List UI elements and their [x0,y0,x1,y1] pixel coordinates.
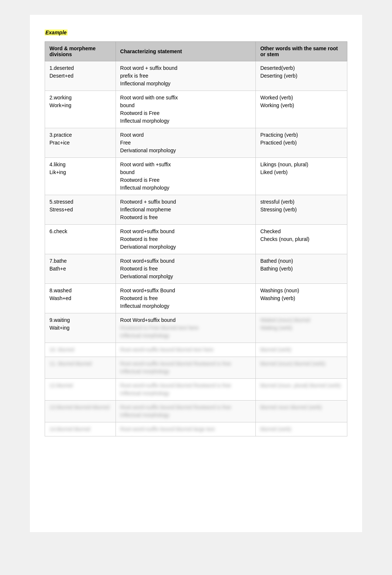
char-line-0: Root word+suffix bound [120,228,175,234]
other-line-0: stressful (verb) [260,199,295,205]
char-line-2: Rootword is free [120,214,158,220]
char-cell: Root word+suffix BoundRootword is freeIn… [116,284,256,313]
table-row: 13.blurred blurred+blurredRoot word+suff… [45,401,347,422]
char-cell: Root word+suffix bound blurred large tex… [116,422,256,436]
char-blurred: Root word+suffix bound blurred large tex… [120,426,215,432]
other-cell: CheckedChecks (noun, plural) [256,225,347,254]
char-line1: Root Word+suffix bound [120,317,176,323]
word-division: Work+ing [49,102,71,108]
word-cell: 6.check [45,225,116,254]
char-line-1: prefix is free [120,73,148,79]
char-cell: Rootword + suffix boundInflectional morp… [116,195,256,225]
word-cell: 8.washedWash+ed [45,284,116,313]
other-line-0: Worked (verb) [260,95,293,101]
word-division: Desert+ed [49,73,73,79]
word-main: 1.deserted [49,65,74,71]
col-header-other: Other words with the same root or stem [256,42,347,61]
other-line-0: Deserted(verb) [260,65,295,71]
char-line-2: Derivational morphology [120,244,176,250]
char-line-0: Root word [120,132,144,138]
word-main: 7.bathe [49,258,67,264]
char-line-2: Inflectional morpholgy [120,81,171,86]
table-row: 8.washedWash+edRoot word+suffix BoundRoo… [45,284,347,313]
char-blurred: Root word+suffix bound blurred Rootword … [120,404,231,418]
char-line-2: Rootword is Free [120,110,160,116]
col-header-word: Word & morpheme divisions [45,42,116,61]
table-row: 14.blurred blurredRoot word+suffix bound… [45,422,347,436]
char-line-2: Derivational morphology [120,147,176,153]
char-line-1: Rootword is free [120,266,158,272]
table-row: 5.stressedStress+edRootword + suffix bou… [45,195,347,225]
other-line-1: Deserting (verb) [260,73,297,79]
table-row: 3.practicePrac+iceRoot wordFreeDerivatio… [45,128,347,158]
table-row: 11. blurred blurredRoot word+suffix boun… [45,357,347,379]
other-line-1: Working (verb) [260,102,294,108]
word-blurred: 10. blurred [49,347,74,353]
char-cell: Root word+suffix boundRootword is freeDe… [116,225,256,254]
other-line-1: Bathing (verb) [260,266,293,272]
word-main: 5.stressed [49,199,73,205]
word-cell: 1.desertedDesert+ed [45,61,116,91]
other-cell: blurred (noun, plural) blurred (verb) [256,379,347,401]
word-cell: 14.blurred blurred [45,422,116,436]
other-cell: Likings (noun, plural)Liked (verb) [256,158,347,195]
page: Example Word & morpheme divisions Charac… [30,15,362,532]
table-row: 10. blurredRoot word+suffix bound blurre… [45,343,347,357]
word-cell: 5.stressedStress+ed [45,195,116,225]
word-division: Stress+ed [49,207,73,212]
other-blurred: blurred (noun) blurred (verb) [260,361,325,367]
word-cell: 10. blurred [45,343,116,357]
other-cell: blurred noun blurred (verb) [256,401,347,422]
char-line-1: Rootword is free [120,236,158,242]
char-line-3: Inflectual morphology [120,185,169,191]
other-blurred: blurred (verb) [260,347,291,353]
table-row: 9.waitingWait+ingRoot Word+suffix boundR… [45,313,347,343]
char-cell: Root word with one suffixboundRootword i… [116,91,256,128]
word-cell: 3.practicePrac+ice [45,128,116,158]
char-blurred: Root word+suffix bound blurred Rootword … [120,361,231,374]
other-cell: Washings (noun)Washing (verb) [256,284,347,313]
word-division: Lik+ing [49,169,66,175]
word-cell: 12.blurred [45,379,116,401]
char-line-0: Root word + suffix bound [120,65,178,71]
other-cell: Worked (verb)Working (verb) [256,91,347,128]
char-blurred: Root word+suffix bound blurred text here [120,347,214,353]
word-cell: 4.likingLik+ing [45,158,116,195]
other-line-0: Likings (noun, plural) [260,161,308,167]
word-blurred: 13.blurred blurred+blurred [49,404,109,410]
word-main: 2.working [49,95,72,101]
word-cell: 7.batheBath+e [45,254,116,284]
char-line-2: Inflectual morphology [120,303,169,309]
other-blurred: Waited (noun) blurred [260,317,310,323]
other-cell: blurred (verb) [256,422,347,436]
other-line-1: Washing (verb) [260,295,295,301]
other-line-0: Practicing (verb) [260,132,298,138]
word-cell: 13.blurred blurred+blurred [45,401,116,422]
char-cell: Root word+suffix bound blurred Rootword … [116,357,256,379]
table-row: 12.blurredRoot word+suffix bound blurred… [45,379,347,401]
char-line-0: Root word with +suffix [120,161,171,167]
example-label: Example [45,30,68,35]
char-line-0: Root word+suffix bound [120,258,175,264]
table-row: 1.desertedDesert+edRoot word + suffix bo… [45,61,347,91]
word-main: 9.waiting [49,317,70,323]
other-cell: blurred (noun) blurred (verb) [256,357,347,379]
char-blurred: Rootword is Free blurred text here [120,325,199,331]
other-blurred2: Waiting (verb) [260,325,292,331]
word-blurred: 12.blurred [49,382,73,388]
char-line-0: Rootword + suffix bound [120,199,176,205]
other-line-1: Liked (verb) [260,169,288,175]
table-header-row: Word & morpheme divisions Characterizing… [45,42,347,61]
char-line-1: bound [120,102,135,108]
char-line-3: Inflectual morphology [120,118,169,124]
word-division: Bath+e [49,266,66,272]
word-division: Wash+ed [49,295,71,301]
char-cell: Root word+suffix bound blurred Rootword … [116,379,256,401]
word-main: 4.liking [49,161,66,167]
other-line-1: Stressing (verb) [260,207,297,212]
char-cell: Root word+suffix bound blurred Rootword … [116,401,256,422]
other-cell: Practicing (verb)Practiced (verb) [256,128,347,158]
char-cell: Root word+suffix boundRootword is freeDe… [116,254,256,284]
table-row: 4.likingLik+ingRoot word with +suffixbou… [45,158,347,195]
word-division: Wait+ing [49,325,69,331]
